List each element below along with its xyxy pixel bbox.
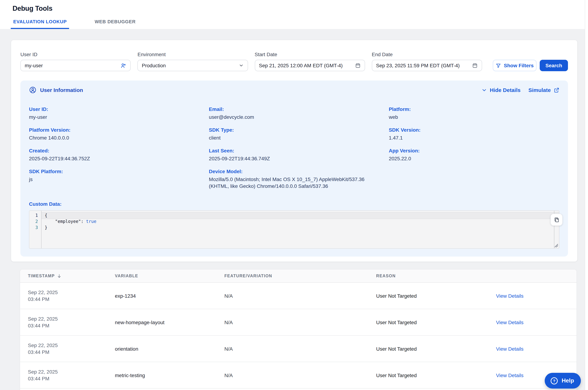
help-button[interactable]: ? Help: [545, 373, 581, 389]
table-row: Sep 22, 202503:44 PMmetric-testingN/AUse…: [20, 362, 577, 389]
timestamp-time: 03:44 PM: [28, 322, 110, 329]
environment-label: Environment: [138, 51, 248, 57]
info-label: Device Model:: [209, 168, 379, 175]
info-label: SDK Type:: [209, 127, 379, 134]
info-value: Mozilla/5.0 (Macintosh; Intel Mac OS X 1…: [209, 176, 379, 190]
info-pair: Platform Version:Chrome 140.0.0.0: [29, 127, 199, 141]
info-pair: SDK Version:1.47.1: [389, 127, 559, 141]
info-pair: Created:2025-09-22T19:44:36.752Z: [29, 147, 199, 162]
column-header-timestamp[interactable]: TIMESTAMP: [28, 274, 115, 278]
timestamp-cell: Sep 22, 202503:44 PM: [28, 342, 115, 355]
end-date-input[interactable]: Sep 23, 2025 11:59 PM EDT (GMT-4): [372, 60, 482, 71]
column-header-reason[interactable]: REASON: [376, 274, 496, 278]
person-add-icon[interactable]: [118, 62, 127, 68]
tab-evaluation-lookup[interactable]: EVALUATION LOOKUP: [11, 19, 69, 29]
page-title: Debug Tools: [12, 5, 52, 12]
svg-text:?: ?: [553, 379, 555, 383]
start-date-input[interactable]: Sep 21, 2025 12:00 AM EDT (GMT-4): [255, 60, 365, 71]
filter-row: User ID my-user Environment Production: [20, 51, 568, 71]
view-details-link[interactable]: View Details: [496, 319, 524, 325]
chevron-down-icon: [236, 63, 244, 68]
show-filters-button[interactable]: Show Filters: [493, 60, 537, 71]
lookup-card: User ID my-user Environment Production: [11, 40, 578, 262]
info-pair: App Version:2025.22.0: [389, 147, 559, 162]
user-id-input[interactable]: my-user: [20, 60, 131, 71]
user-id-value: my-user: [25, 63, 43, 68]
info-label: Email:: [209, 106, 379, 113]
info-label: Created:: [29, 147, 199, 154]
info-pair: Email:user@devcycle.com: [209, 106, 379, 121]
info-label: SDK Version:: [389, 127, 559, 134]
timestamp-cell: Sep 22, 202503:44 PM: [28, 289, 115, 302]
timestamp-cell: Sep 22, 202503:44 PM: [28, 368, 115, 382]
info-column: Email:user@devcycle.comSDK Type:clientLa…: [209, 106, 379, 196]
hide-details-button[interactable]: Hide Details: [481, 87, 521, 93]
search-button[interactable]: Search: [540, 60, 568, 71]
timestamp-date: Sep 22, 2025: [28, 342, 110, 349]
info-label: Last Seen:: [209, 147, 379, 154]
user-id-label: User ID: [20, 51, 131, 57]
end-date-field: End Date Sep 23, 2025 11:59 PM EDT (GMT-…: [372, 51, 482, 71]
table-row: Sep 22, 202503:44 PMnew-homepage-layoutN…: [20, 309, 577, 336]
custom-data-editor[interactable]: 123 { "employee":true}: [29, 210, 559, 249]
code-line: {: [42, 212, 559, 219]
resize-handle-icon[interactable]: [554, 243, 558, 247]
info-value: 1.47.1: [389, 135, 559, 141]
code-lines: { "employee":true}: [42, 211, 559, 248]
tab-web-debugger[interactable]: WEB DEBUGGER: [92, 19, 138, 29]
code-gutter: 123: [29, 211, 42, 248]
info-label: App Version:: [389, 147, 559, 154]
line-number: 2: [29, 219, 38, 225]
info-pair: User ID:my-user: [29, 106, 199, 121]
environment-value: Production: [142, 63, 166, 68]
environment-select[interactable]: Production: [138, 60, 248, 71]
start-date-value: Sep 21, 2025 12:00 AM EDT (GMT-4): [259, 63, 343, 68]
variable-cell: exp-1234: [115, 293, 224, 298]
user-information-panel: User Information Hide Details Simulate: [20, 81, 568, 256]
info-value: Chrome 140.0.0.0: [29, 135, 199, 141]
view-details-link[interactable]: View Details: [496, 293, 524, 298]
table-row: Sep 22, 2025togglebot-speedHello Toggleb…: [20, 389, 577, 390]
reason-cell: User Not Targeted: [376, 293, 496, 298]
info-value: client: [209, 135, 379, 141]
info-value: user@devcycle.com: [209, 114, 379, 121]
user-circle-icon: [29, 86, 37, 94]
view-details-link[interactable]: View Details: [496, 372, 524, 378]
code-line: "employee":true: [42, 219, 559, 225]
user-info-grid: User ID:my-userPlatform Version:Chrome 1…: [29, 106, 559, 196]
column-header-variable[interactable]: VARIABLE: [115, 274, 224, 278]
code-token: }: [45, 225, 47, 230]
search-label: Search: [545, 63, 562, 68]
calendar-icon[interactable]: [352, 63, 361, 68]
line-number: 1: [29, 212, 38, 219]
code-line: }: [42, 225, 559, 231]
reason-cell: User Not Targeted: [376, 346, 496, 351]
info-pair: Platform:web: [389, 106, 559, 121]
tab-bar: EVALUATION LOOKUP WEB DEBUGGER: [11, 19, 138, 29]
action-cell: View Details: [496, 345, 577, 352]
info-pair: SDK Platform:js: [29, 168, 199, 183]
feature-value: N/A: [224, 319, 371, 325]
view-details-link[interactable]: View Details: [496, 346, 524, 351]
column-header-feature-variation[interactable]: FEATURE/VARIATION: [224, 274, 376, 278]
feature-value: N/A: [224, 346, 371, 351]
copy-button[interactable]: [550, 214, 563, 226]
info-value: 2025-09-22T19:44:36.752Z: [29, 155, 199, 162]
start-date-field: Start Date Sep 21, 2025 12:00 AM EDT (GM…: [255, 51, 365, 71]
code-key: "employee":: [55, 219, 84, 224]
info-value: my-user: [29, 114, 199, 121]
table-row: Sep 22, 202503:44 PMorientationN/AUser N…: [20, 336, 577, 362]
timestamp-time: 03:44 PM: [28, 296, 110, 302]
filter-buttons: Show Filters Search: [493, 60, 568, 71]
show-filters-label: Show Filters: [504, 63, 534, 68]
chevron-down-icon: [481, 87, 487, 93]
info-pair: Device Model:Mozilla/5.0 (Macintosh; Int…: [209, 168, 379, 190]
calendar-icon[interactable]: [469, 63, 478, 68]
hide-details-label: Hide Details: [490, 87, 521, 93]
custom-data-label: Custom Data:: [29, 201, 559, 207]
simulate-button[interactable]: Simulate: [528, 87, 559, 93]
reason-cell: User Not Targeted: [376, 319, 496, 325]
variable-cell: new-homepage-layout: [115, 319, 224, 325]
info-label: SDK Platform:: [29, 168, 199, 175]
scrollbar[interactable]: [585, 0, 588, 390]
